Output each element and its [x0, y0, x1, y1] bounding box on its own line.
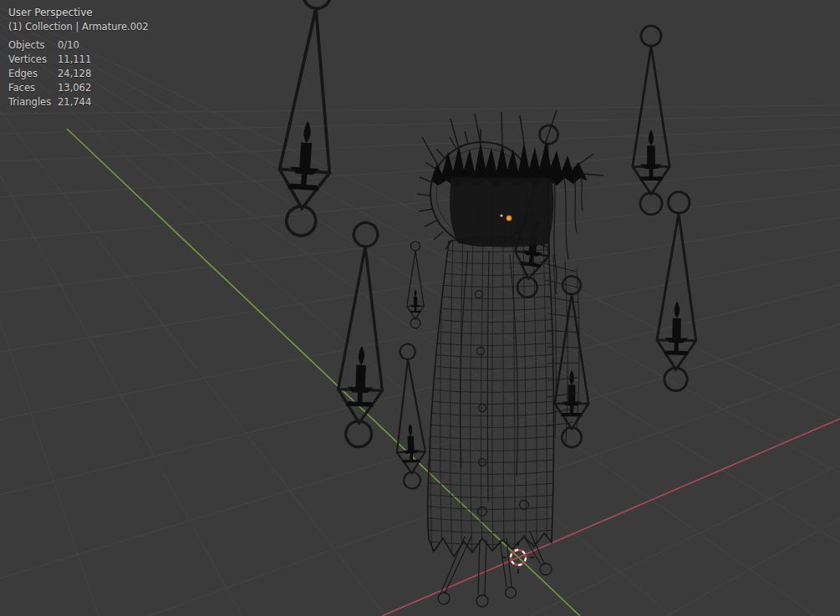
viewport-canvas[interactable]	[0, 0, 840, 616]
object-origin-dot[interactable]	[507, 216, 512, 221]
blender-3d-viewport[interactable]: User Perspective (1) Collection | Armatu…	[0, 0, 840, 616]
secondary-origin-dot	[500, 214, 502, 216]
viewport-background	[0, 0, 840, 616]
